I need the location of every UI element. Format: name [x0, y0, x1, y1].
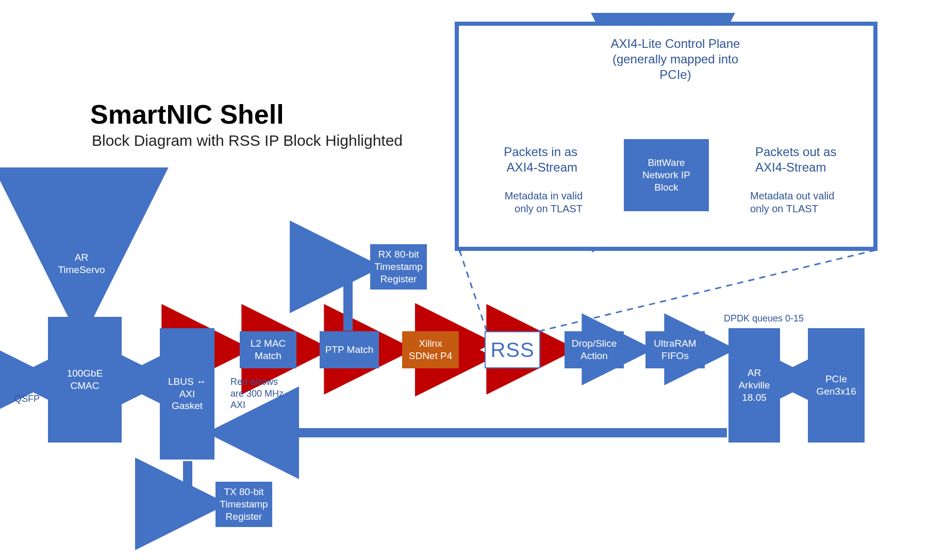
- inset-packets-in: Packets in as AXI4-Stream: [467, 144, 577, 175]
- svg-line-14: [539, 250, 876, 331]
- box-lbus: LBUS ↔ AXI Gasket: [160, 328, 214, 460]
- box-ar-timeservo-label: AR TimeServo: [58, 251, 105, 276]
- inset-control-plane: AXI4-Lite Control Plane (generally mappe…: [588, 36, 763, 82]
- box-l2mac: L2 MAC Match: [240, 331, 296, 368]
- box-tx-timestamp-label: TX 80-bit Timestamp Register: [220, 486, 268, 522]
- inset-center-label: BittWare Network IP Block: [642, 157, 690, 193]
- box-ar-timeservo: AR TimeServo: [53, 244, 110, 283]
- box-pcie-label: PCIe Gen3x16: [816, 373, 856, 398]
- box-ptp: PTP Match: [320, 331, 379, 368]
- diagram-canvas: SmartNIC Shell Block Diagram with RSS IP…: [0, 0, 928, 560]
- box-dropslice: Drop/Slice Action: [565, 331, 624, 368]
- box-l2mac-label: L2 MAC Match: [251, 337, 286, 362]
- box-tx-timestamp: TX 80-bit Timestamp Register: [216, 482, 272, 527]
- box-ptp-label: PTP Match: [325, 344, 374, 356]
- inset-packets-out: Packets out as AXI4-Stream: [755, 144, 869, 175]
- label-dpdk: DPDK queues 0-15: [724, 313, 804, 325]
- svg-line-13: [459, 250, 487, 331]
- box-ultraram: UltraRAM FIFOs: [645, 331, 705, 368]
- box-dropslice-label: Drop/Slice Action: [572, 337, 617, 362]
- title-sub: Block Diagram with RSS IP Block Highligh…: [92, 132, 403, 149]
- title-main: SmartNIC Shell: [90, 99, 284, 130]
- box-sdnet-label: Xilinx SDNet P4: [409, 337, 452, 362]
- box-rx-timestamp-label: RX 80-bit Timestamp Register: [374, 248, 422, 285]
- box-arkville-label: AR Arkville 18.05: [738, 367, 770, 403]
- box-cmac-label: 100GbE CMAC: [67, 367, 103, 392]
- box-pcie: PCIe Gen3x16: [808, 328, 865, 443]
- label-red-note: Red arrows are 300 MHz AXI: [230, 376, 284, 411]
- inset-frame: AXI4-Lite Control Plane (generally mappe…: [455, 22, 877, 251]
- box-sdnet: Xilinx SDNet P4: [402, 331, 459, 368]
- box-arkville: AR Arkville 18.05: [728, 328, 780, 443]
- box-lbus-label: LBUS ↔ AXI Gasket: [168, 376, 206, 412]
- box-rss-label: RSS: [490, 337, 534, 363]
- box-rx-timestamp: RX 80-bit Timestamp Register: [370, 244, 427, 290]
- box-cmac: 100GbE CMAC: [48, 317, 122, 443]
- inset-meta-out: Metadata out valid only on TLAST: [750, 190, 869, 215]
- box-ultraram-label: UltraRAM FIFOs: [654, 337, 696, 362]
- label-qsfp: QSFP: [14, 393, 40, 405]
- box-rss: RSS: [485, 331, 540, 368]
- inset-meta-in: Metadata in valid only on TLAST: [467, 190, 583, 215]
- inset-center-box: BittWare Network IP Block: [624, 139, 709, 211]
